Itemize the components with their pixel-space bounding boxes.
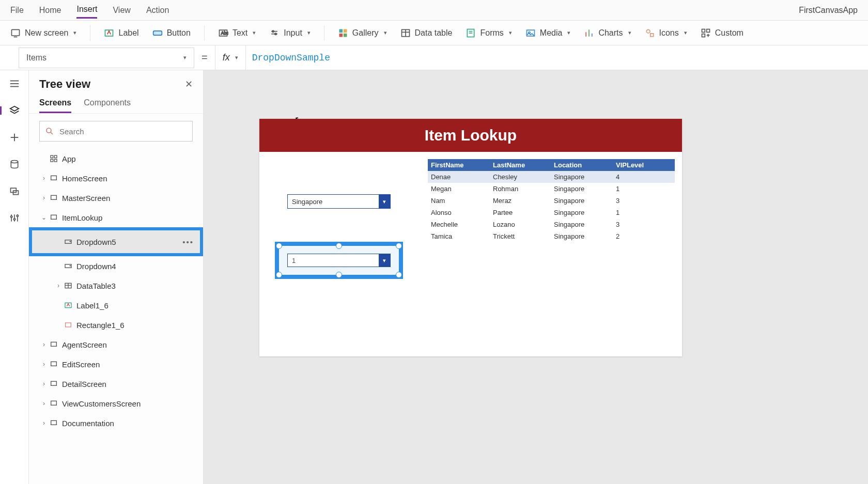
svg-rect-13 bbox=[344, 33, 347, 37]
chevron-right-icon[interactable]: › bbox=[39, 419, 49, 427]
tree-app[interactable]: App bbox=[29, 149, 203, 168]
menu-file[interactable]: File bbox=[10, 3, 24, 18]
tree-agentscreen[interactable]: › AgentScreen bbox=[29, 335, 203, 354]
app-screen[interactable]: Item Lookup Singapore ▾ 1 ▾ FirstNa bbox=[259, 119, 682, 356]
new-screen-button[interactable]: New screen▾ bbox=[10, 28, 76, 38]
property-selector[interactable]: Items ▾ bbox=[19, 48, 194, 68]
chevron-right-icon[interactable]: › bbox=[39, 341, 49, 348]
chevron-right-icon[interactable]: › bbox=[39, 380, 49, 387]
cell: Singapore bbox=[551, 195, 613, 207]
media-label: Media bbox=[540, 28, 563, 38]
chevron-right-icon[interactable]: › bbox=[39, 175, 49, 182]
settings-icon[interactable] bbox=[8, 212, 21, 224]
label-icon bbox=[63, 301, 73, 309]
dropdown4-control[interactable]: Singapore ▾ bbox=[287, 194, 391, 209]
table-row[interactable]: Denae Chesley Singapore 4 bbox=[428, 171, 675, 183]
chevron-right-icon[interactable]: › bbox=[39, 361, 49, 368]
svg-rect-64 bbox=[51, 381, 57, 385]
app-title: FirstCanvasApp bbox=[799, 6, 858, 15]
input-button[interactable]: Input▾ bbox=[269, 28, 311, 38]
data-table-button[interactable]: Data table bbox=[400, 28, 453, 38]
icons-button[interactable]: Icons▾ bbox=[645, 28, 687, 38]
tree-editscreen[interactable]: › EditScreen bbox=[29, 354, 203, 374]
search-box[interactable] bbox=[39, 121, 193, 142]
canvas-area: ↖ Item Lookup Singapore ▾ 1 ▾ bbox=[204, 70, 868, 484]
chevron-right-icon[interactable]: › bbox=[54, 282, 63, 289]
tab-components[interactable]: Components bbox=[84, 94, 131, 113]
tree-rectangle1-6[interactable]: Rectangle1_6 bbox=[29, 315, 203, 335]
svg-point-37 bbox=[11, 161, 18, 163]
tree-label1-6[interactable]: Label1_6 bbox=[29, 295, 203, 315]
tree-datatable3[interactable]: › DataTable3 bbox=[29, 276, 203, 295]
left-rail bbox=[0, 70, 29, 484]
data-table[interactable]: FirstName LastName Location VIPLevel Den… bbox=[428, 159, 675, 242]
text-button[interactable]: Abc Text▾ bbox=[218, 28, 256, 38]
hamburger-icon[interactable] bbox=[8, 77, 21, 90]
fx-button[interactable]: fx ▾ bbox=[215, 45, 246, 70]
tree-view-icon[interactable] bbox=[8, 104, 21, 117]
media-icon bbox=[525, 28, 536, 38]
dropdown5-control[interactable]: 1 ▾ bbox=[287, 254, 391, 267]
tree-header: Tree view ✕ bbox=[29, 70, 203, 94]
col-lastname[interactable]: LastName bbox=[490, 159, 551, 171]
tree-itemlookup[interactable]: ⌄ ItemLookup bbox=[29, 208, 203, 227]
col-viplevel[interactable]: VIPLevel bbox=[613, 159, 675, 171]
tree-item-label: DetailScreen bbox=[62, 380, 106, 388]
resize-handle[interactable] bbox=[396, 272, 402, 278]
label-button[interactable]: Label bbox=[104, 28, 138, 38]
chevron-down-icon: ▾ bbox=[73, 29, 76, 36]
search-input[interactable] bbox=[58, 127, 187, 136]
table-icon bbox=[400, 28, 411, 38]
col-firstname[interactable]: FirstName bbox=[428, 159, 490, 171]
chevron-right-icon[interactable]: › bbox=[39, 400, 49, 407]
media-panel-icon[interactable] bbox=[8, 185, 21, 197]
table-row[interactable]: Mechelle Lozano Singapore 3 bbox=[428, 218, 675, 230]
search-wrap bbox=[29, 114, 203, 149]
button-button[interactable]: Button bbox=[152, 28, 191, 38]
cell: Partee bbox=[490, 207, 551, 218]
chevron-down-icon[interactable]: ▾ bbox=[379, 254, 390, 267]
tree-masterscreen[interactable]: › MasterScreen bbox=[29, 188, 203, 208]
table-row[interactable]: Nam Meraz Singapore 3 bbox=[428, 195, 675, 207]
data-icon[interactable] bbox=[8, 158, 21, 170]
chevron-down-icon[interactable]: ▾ bbox=[379, 195, 390, 208]
table-row[interactable]: Megan Rohman Singapore 1 bbox=[428, 183, 675, 195]
menu-view[interactable]: View bbox=[113, 3, 130, 18]
chevron-down-icon: ▾ bbox=[384, 29, 387, 36]
resize-handle[interactable] bbox=[336, 272, 342, 278]
tree-homescreen[interactable]: › HomeScreen bbox=[29, 168, 203, 188]
media-button[interactable]: Media▾ bbox=[525, 28, 571, 38]
more-icon[interactable]: ••• bbox=[182, 238, 194, 246]
tree-dropdown4[interactable]: Dropdown4 bbox=[29, 256, 203, 276]
close-icon[interactable]: ✕ bbox=[185, 79, 193, 90]
charts-button[interactable]: Charts▾ bbox=[584, 28, 631, 38]
tree-documentation[interactable]: › Documentation bbox=[29, 413, 203, 433]
dropdown5-selection[interactable]: 1 ▾ bbox=[275, 242, 403, 279]
tab-screens[interactable]: Screens bbox=[39, 94, 71, 113]
resize-handle[interactable] bbox=[276, 243, 282, 249]
formula-input[interactable]: DropDownSample bbox=[246, 53, 330, 63]
chevron-down-icon[interactable]: ⌄ bbox=[39, 214, 49, 221]
resize-handle[interactable] bbox=[276, 272, 282, 278]
forms-button[interactable]: Forms▾ bbox=[466, 28, 512, 38]
custom-button[interactable]: Custom bbox=[701, 28, 743, 38]
col-location[interactable]: Location bbox=[551, 159, 613, 171]
chevron-right-icon[interactable]: › bbox=[39, 194, 49, 201]
tree-dropdown5[interactable]: Dropdown5 ••• bbox=[29, 227, 203, 256]
resize-handle[interactable] bbox=[396, 243, 402, 249]
tree-viewcustomersscreen[interactable]: › ViewCustomersScreen bbox=[29, 394, 203, 413]
menu-insert[interactable]: Insert bbox=[76, 2, 97, 19]
menu-action[interactable]: Action bbox=[146, 3, 169, 18]
custom-icon bbox=[701, 28, 711, 38]
custom-label: Custom bbox=[715, 28, 743, 38]
tree-detailscreen[interactable]: › DetailScreen bbox=[29, 374, 203, 394]
table-row[interactable]: Tamica Trickett Singapore 2 bbox=[428, 230, 675, 242]
charts-icon bbox=[584, 28, 594, 38]
svg-rect-52 bbox=[51, 176, 57, 180]
resize-handle[interactable] bbox=[336, 243, 342, 249]
table-row[interactable]: Alonso Partee Singapore 1 bbox=[428, 207, 675, 218]
add-icon[interactable] bbox=[8, 131, 21, 144]
menu-home[interactable]: Home bbox=[39, 3, 61, 18]
gallery-button[interactable]: Gallery▾ bbox=[338, 28, 387, 38]
ribbon: New screen▾ Label Button Abc Text▾ Input… bbox=[0, 21, 868, 45]
